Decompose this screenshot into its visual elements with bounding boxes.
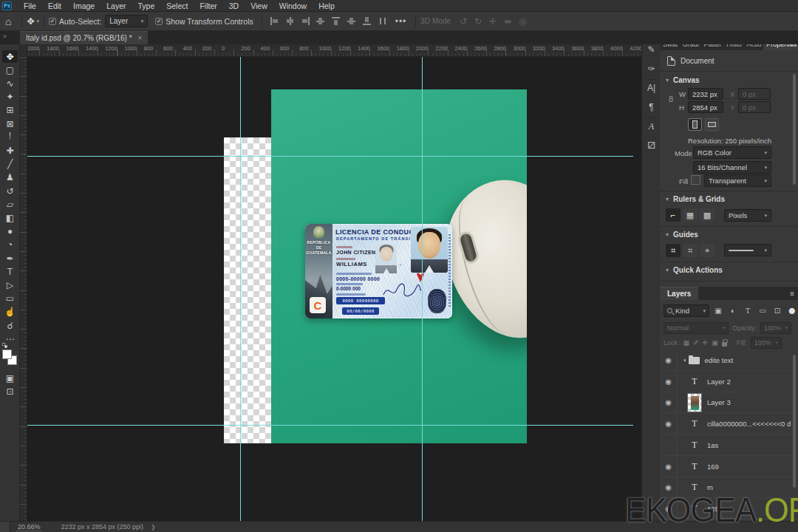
dodge-tool[interactable]: ◔ (2, 239, 18, 251)
history-brush-tool[interactable]: ↺ (2, 185, 18, 197)
guides-toggle-icon[interactable]: ⌗ (666, 244, 681, 257)
landscape-orientation-button[interactable] (705, 118, 719, 131)
align-top-icon[interactable] (332, 17, 341, 25)
layer-visibility-icon[interactable]: ◉ (660, 350, 678, 370)
align-h-center-icon[interactable] (285, 17, 295, 25)
clear-guides-icon[interactable]: ⌖ (700, 244, 715, 257)
zoom-tool[interactable]: ☌ (2, 319, 18, 332)
layer-visibility-icon[interactable] (660, 435, 678, 455)
horizontal-ruler[interactable]: 2000180016001400120010008006004002000200… (20, 44, 641, 57)
pixel-grid-toggle-icon[interactable]: ▩ (700, 208, 715, 222)
clone-stamp-tool[interactable]: ♟ (2, 171, 18, 184)
current-tool-icon[interactable]: ✥ ▾ (27, 16, 39, 27)
menu-window[interactable]: Window (273, 0, 313, 12)
guides-section-header[interactable]: ▾Guides (666, 231, 698, 239)
hand-tool[interactable]: ☝ (2, 306, 18, 318)
layer-visibility-icon[interactable]: ◉ (660, 414, 678, 434)
brushes-icon[interactable]: ✑ (642, 64, 661, 74)
layer-row[interactable]: ◉T169 (660, 457, 798, 477)
pen-tool[interactable]: ✒ (2, 252, 18, 265)
menu-select[interactable]: Select (160, 0, 194, 12)
guide-vertical[interactable] (240, 57, 241, 521)
home-icon[interactable]: ⌂ (5, 16, 11, 27)
layer-name[interactable]: edite text (705, 356, 734, 364)
layer-name[interactable]: Layer 3 (707, 398, 731, 406)
lock-position-icon[interactable]: ✛ (703, 339, 709, 347)
screen-mode-button[interactable]: ⊡ (2, 385, 18, 398)
layer-visibility-icon[interactable]: ◉ (660, 372, 678, 392)
layer-thumbnail[interactable] (687, 393, 702, 412)
layer-row[interactable]: ◉Tcilla0000000...<<<<<<<0 d (660, 414, 798, 434)
fill-select[interactable]: Transparent▾ (704, 174, 771, 187)
menu-edit[interactable]: Edit (42, 0, 67, 12)
show-transform-checkbox[interactable]: ✓ (155, 18, 163, 25)
quick-actions-section-header[interactable]: ▾Quick Actions (666, 266, 723, 274)
lock-all-icon[interactable] (722, 342, 727, 347)
menu-3d[interactable]: 3D (223, 0, 245, 12)
layer-visibility-icon[interactable]: ◉ (660, 457, 678, 477)
guide-horizontal[interactable] (27, 425, 633, 426)
menu-help[interactable]: Help (313, 0, 341, 12)
auto-select-checkbox[interactable]: ✓ (49, 18, 56, 25)
marquee-tool[interactable]: ▢ (2, 64, 18, 76)
gradient-tool[interactable]: ◧ (2, 211, 18, 224)
license-card[interactable]: REPÚBLICA DE GUATEMALA C LICENCIA DE CON… (305, 224, 452, 318)
healing-brush-tool[interactable]: ✚ (2, 144, 18, 157)
link-dimensions-icon[interactable]: 8 (669, 95, 673, 103)
filter-toggle-icon[interactable]: ⬤ (786, 305, 798, 317)
foreground-color[interactable] (2, 349, 12, 359)
align-middle-icon[interactable] (347, 17, 357, 25)
fill-swatch[interactable] (691, 175, 700, 185)
status-zoom-level[interactable]: 20.66% (16, 523, 42, 531)
document-tab[interactable]: Italy id.psd @ 20.7% (RGB/16) * × (20, 31, 148, 44)
eyedropper-tool[interactable]: ¡ (2, 131, 18, 143)
group-expand-icon[interactable]: ▾ (683, 358, 686, 364)
lock-artboard-icon[interactable]: ▣ (712, 339, 718, 347)
edit-toolbar[interactable]: ⋯ (2, 332, 18, 345)
lock-transparency-icon[interactable]: ▦ (683, 339, 690, 347)
more-options-icon[interactable]: ••• (395, 16, 407, 27)
guide-horizontal[interactable] (27, 156, 633, 157)
collapse-tools-icon[interactable]: » (3, 33, 7, 40)
layer-row[interactable]: ◉▾edite text (660, 350, 798, 371)
status-menu-arrow-icon[interactable]: ❯ (151, 524, 156, 531)
transparent-canvas-area[interactable] (224, 137, 271, 443)
distribute-h-icon[interactable] (378, 17, 388, 25)
menu-filter[interactable]: Filter (194, 0, 222, 12)
layer-name[interactable]: Layer 2 (707, 378, 731, 386)
filter-pixel-layers-icon[interactable]: ▣ (712, 305, 724, 317)
layer-row[interactable]: ◉TLayer 2 (660, 372, 798, 392)
vertical-ruler[interactable] (20, 57, 27, 521)
glyphs-panel-icon[interactable]: A (642, 121, 661, 132)
libraries-panel-icon[interactable]: ⚂ (642, 140, 661, 151)
crop-tool[interactable]: ⊞ (2, 104, 18, 117)
bit-depth-select[interactable]: 16 Bits/Channel▾ (693, 161, 771, 174)
portrait-orientation-button[interactable] (688, 118, 702, 131)
layer-name[interactable]: 1as (707, 441, 718, 449)
eraser-tool[interactable]: ▱ (2, 198, 18, 211)
menu-view[interactable]: View (245, 0, 273, 12)
character-panel-icon[interactable]: A| (642, 83, 661, 93)
layer-name[interactable]: 169 (707, 463, 719, 471)
layer-name[interactable]: cilla0000000...<<<<<<<0 d (707, 420, 791, 428)
layers-scrollbar[interactable] (793, 355, 796, 488)
menu-image[interactable]: Image (67, 0, 100, 12)
lock-guides-icon[interactable]: ⌗ (683, 244, 698, 257)
auto-select-dropdown[interactable]: Layer▾ (105, 15, 148, 27)
quick-selection-tool[interactable]: ✦ (2, 91, 18, 103)
guide-vertical[interactable] (422, 57, 423, 521)
type-tool[interactable]: T (2, 265, 18, 278)
layers-tab[interactable]: Layers (660, 287, 698, 300)
layer-row[interactable]: ◉Layer 3 (660, 392, 798, 413)
move-tool[interactable]: ✥ (2, 50, 18, 63)
filter-type-layers-icon[interactable]: T (742, 305, 754, 317)
menu-layer[interactable]: Layer (100, 0, 132, 12)
path-selection-tool[interactable]: ▷ (2, 279, 18, 291)
quick-mask-button[interactable]: ▣ (2, 372, 18, 384)
lasso-tool[interactable]: ∿ (2, 77, 18, 89)
shape-tool[interactable]: ▭ (2, 293, 18, 305)
grid-toggle-icon[interactable]: ▦ (683, 208, 698, 222)
rulers-toggle-icon[interactable]: ⌐ (666, 208, 681, 222)
height-input[interactable]: 2854 px (688, 101, 723, 113)
layer-filter-kind-select[interactable]: Kind ▾ (664, 304, 709, 317)
